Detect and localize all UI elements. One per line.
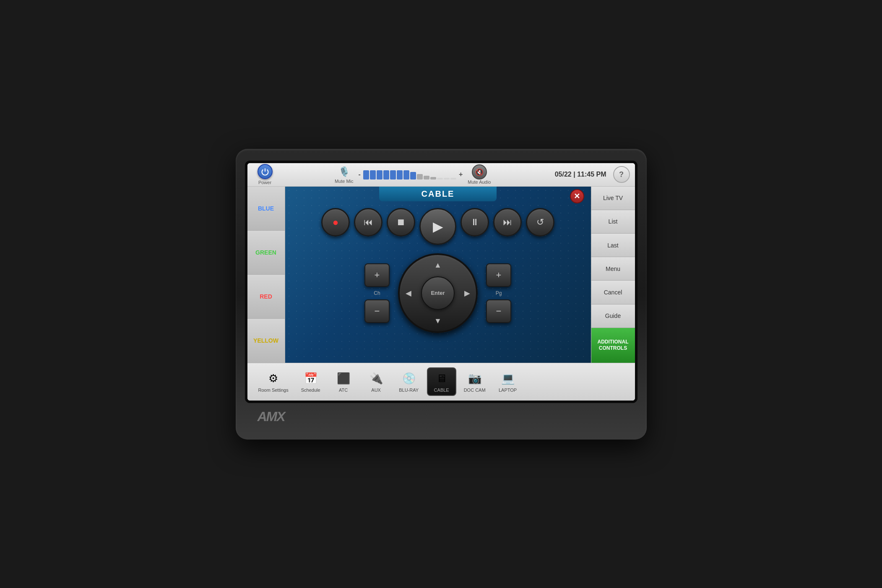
center-panel: CABLE ✕ ● ⏮ ⏹ (285, 187, 591, 363)
source-icon-3: 🔌 (367, 371, 386, 386)
blue-button[interactable]: BLUE (247, 187, 285, 231)
power-button[interactable]: Power (252, 164, 278, 185)
guide-button[interactable]: Guide (591, 304, 635, 328)
mute-mic-label: Mute Mic (335, 179, 354, 184)
nav-down-arrow: ▼ (434, 317, 442, 325)
close-button[interactable]: ✕ (570, 189, 584, 203)
enter-label: Enter (431, 290, 445, 296)
source-icon-2: ⬛ (334, 371, 353, 386)
page-down-button[interactable]: − (486, 299, 511, 323)
volume-bar-12 (444, 178, 450, 180)
mute-audio-button[interactable]: 🔇 Mute Audio (468, 164, 491, 185)
source-label-7: LAPTOP (499, 388, 517, 393)
menu-button[interactable]: Menu (591, 257, 635, 281)
nav-enter-button[interactable]: Enter (421, 276, 455, 310)
source-label-4: BLU-RAY (399, 388, 419, 393)
volume-bar-10 (430, 177, 436, 180)
rewind-button[interactable]: ⏮ (354, 208, 382, 237)
page-control: + Pg − (486, 263, 511, 323)
channel-control: + Ch − (364, 263, 390, 323)
nav-left-arrow: ◀ (406, 289, 411, 298)
additional-controls-button[interactable]: ADDITIONALCONTROLS (591, 328, 635, 363)
source-button-atc[interactable]: ⬛ATC (329, 368, 358, 395)
mute-mic-button[interactable]: 🎙️ Mute Mic (335, 165, 354, 184)
volume-bar-5 (397, 170, 403, 180)
source-button-blu-ray[interactable]: 💿BLU-RAY (394, 368, 424, 395)
source-label-3: AUX (371, 388, 381, 393)
volume-bar-6 (403, 170, 409, 180)
volume-bar-7 (410, 172, 416, 180)
play-button[interactable]: ▶ (419, 208, 456, 245)
power-icon (258, 164, 273, 179)
source-icon-7: 💻 (498, 371, 518, 386)
bottom-bar: ⚙Room Settings📅Schedule⬛ATC🔌AUX💿BLU-RAY🖥… (247, 363, 635, 401)
volume-bars (363, 169, 456, 180)
page-up-button[interactable]: + (486, 263, 511, 287)
screen: Power 🎙️ Mute Mic - + 🔇 Mute Audio (247, 163, 635, 401)
channel-up-button[interactable]: + (364, 263, 390, 287)
cancel-button[interactable]: Cancel (591, 281, 635, 304)
last-button[interactable]: Last (591, 234, 635, 257)
source-button-aux[interactable]: 🔌AUX (362, 368, 391, 395)
volume-bar-0 (363, 170, 369, 180)
source-label-5: CABLE (434, 388, 449, 393)
nav-circle[interactable]: ▲ ▼ ◀ ▶ Enter (398, 253, 478, 333)
right-sidebar: Live TV List Last Menu Cancel (591, 187, 635, 363)
source-button-doc-cam[interactable]: 📷DOC CAM (460, 368, 490, 395)
source-label-1: Schedule (301, 388, 320, 393)
ch-label: Ch (374, 290, 380, 296)
volume-bar-9 (424, 176, 429, 180)
source-icon-4: 💿 (399, 371, 419, 386)
device-frame: Power 🎙️ Mute Mic - + 🔇 Mute Audio (236, 149, 647, 440)
volume-bar-11 (437, 178, 443, 180)
transport-row: ● ⏮ ⏹ ▶ ⏸ (321, 208, 554, 245)
channel-down-button[interactable]: − (364, 299, 390, 323)
yellow-button[interactable]: YELLOW (247, 319, 285, 362)
main-area: BLUE GREEN RED YELLOW CABLE (247, 187, 635, 363)
source-button-room-settings[interactable]: ⚙Room Settings (254, 368, 293, 395)
source-icon-6: 📷 (465, 371, 484, 386)
additional-controls-label: ADDITIONALCONTROLS (598, 339, 629, 352)
pg-label: Pg (496, 290, 502, 296)
replay-button[interactable]: ↺ (526, 208, 554, 237)
source-label-6: DOC CAM (464, 388, 486, 393)
volume-minus-button[interactable]: - (359, 171, 361, 178)
mic-icon: 🎙️ (337, 165, 351, 179)
source-label-2: ATC (339, 388, 348, 393)
cable-title-bar: CABLE (379, 187, 497, 201)
volume-bar-4 (390, 170, 396, 180)
source-label-0: Room Settings (258, 388, 289, 393)
audio-icon: 🔇 (472, 164, 487, 180)
record-button[interactable]: ● (321, 208, 350, 237)
volume-bar-1 (370, 170, 376, 180)
live-tv-button[interactable]: Live TV (591, 187, 635, 210)
source-icon-0: ⚙ (264, 371, 283, 386)
green-button[interactable]: GREEN (247, 231, 285, 275)
volume-plus-button[interactable]: + (459, 171, 463, 178)
help-button[interactable]: ? (613, 166, 630, 183)
source-icon-1: 📅 (301, 371, 320, 386)
cable-title: CABLE (421, 189, 455, 198)
source-button-schedule[interactable]: 📅Schedule (296, 368, 325, 395)
screen-bezel: Power 🎙️ Mute Mic - + 🔇 Mute Audio (245, 161, 637, 403)
top-bar: Power 🎙️ Mute Mic - + 🔇 Mute Audio (247, 163, 635, 187)
list-button[interactable]: List (591, 210, 635, 234)
power-label: Power (258, 180, 271, 185)
volume-bar-8 (417, 174, 423, 180)
source-button-laptop[interactable]: 💻LAPTOP (493, 368, 523, 395)
stop-button[interactable]: ⏹ (387, 208, 415, 237)
left-sidebar: BLUE GREEN RED YELLOW (247, 187, 285, 363)
datetime-display: 05/22 | 11:45 PM (555, 171, 606, 178)
volume-bar-13 (450, 178, 456, 180)
fast-forward-button[interactable]: ⏭ (493, 208, 522, 237)
volume-bar-3 (383, 170, 389, 180)
amx-logo: AMX (258, 409, 285, 424)
nav-up-arrow: ▲ (434, 261, 442, 270)
source-icon-5: 🖥 (432, 371, 451, 386)
pause-button[interactable]: ⏸ (461, 208, 489, 237)
volume-bar-2 (377, 170, 382, 180)
source-button-cable[interactable]: 🖥CABLE (427, 367, 456, 396)
nav-area: + Ch − ▲ ▼ ◀ ▶ (364, 253, 511, 333)
mute-audio-label: Mute Audio (468, 180, 491, 185)
red-button[interactable]: RED (247, 275, 285, 319)
